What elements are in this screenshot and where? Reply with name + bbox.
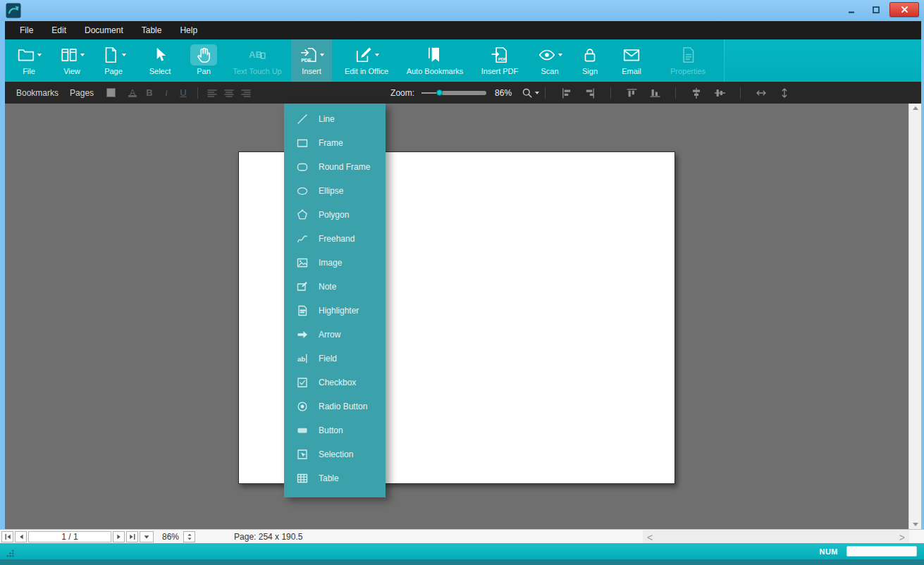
- button-icon: [296, 424, 309, 437]
- svg-text:AB: AB: [249, 49, 262, 60]
- align-text-left-button[interactable]: [204, 87, 221, 99]
- zoom-spinner[interactable]: [183, 531, 195, 542]
- insert-menu-item-note[interactable]: Note: [284, 275, 386, 299]
- app-logo-icon: [6, 3, 21, 18]
- ribbon-insert-pdf-button[interactable]: PDF Insert PDF: [473, 39, 526, 82]
- last-page-button[interactable]: [126, 531, 138, 542]
- ribbon-pan-button[interactable]: Pan: [184, 39, 223, 82]
- separator: [740, 87, 741, 99]
- ribbon-text-touchup-button[interactable]: AB Text Touch Up: [228, 39, 287, 82]
- previous-page-button[interactable]: [15, 531, 27, 542]
- insert-menu-item-table[interactable]: Table: [284, 466, 386, 490]
- chevron-down-icon: [122, 54, 126, 56]
- menu-help[interactable]: Help: [171, 21, 207, 39]
- menu-edit[interactable]: Edit: [42, 21, 75, 39]
- insert-menu-item-selection[interactable]: Selection: [284, 442, 386, 466]
- insert-menu-item-checkbox[interactable]: Checkbox: [284, 371, 386, 395]
- ribbon-email-button[interactable]: Email: [611, 39, 652, 82]
- highlighter-icon: [296, 304, 309, 317]
- zoom-slider-thumb[interactable]: [436, 89, 443, 96]
- zoom-tool-button[interactable]: [522, 87, 539, 99]
- ribbon-file-button[interactable]: File: [11, 39, 47, 82]
- resize-grip-icon: [6, 549, 15, 558]
- font-color-button[interactable]: A: [124, 87, 141, 98]
- distribute-horizontal-icon: [756, 87, 767, 99]
- ribbon-sign-button[interactable]: Sign: [573, 39, 607, 82]
- align-top-button[interactable]: [623, 87, 640, 99]
- insert-menu-item-radio-button[interactable]: Radio Button: [284, 395, 386, 418]
- document-canvas[interactable]: [5, 104, 921, 529]
- ribbon-properties-button[interactable]: Properties: [656, 39, 720, 82]
- separator: [675, 87, 676, 99]
- insert-menu-item-polygon[interactable]: Polygon: [284, 203, 386, 227]
- next-page-button[interactable]: [113, 531, 125, 542]
- insert-menu-item-line[interactable]: Line: [284, 107, 386, 131]
- page-indicator[interactable]: 1 / 1: [28, 531, 111, 542]
- italic-button[interactable]: i: [158, 87, 175, 99]
- close-button[interactable]: [889, 2, 919, 17]
- scroll-down-icon[interactable]: [913, 523, 918, 526]
- bookmarks-toggle[interactable]: Bookmarks: [16, 88, 58, 98]
- insert-pdf-arrow-icon: PDF: [300, 46, 318, 64]
- distribute-horizontal-button[interactable]: [753, 87, 770, 99]
- svg-text:PDF: PDF: [301, 58, 312, 63]
- distribute-vertical-button[interactable]: [776, 87, 793, 99]
- insert-menu-item-highlighter[interactable]: Highlighter: [284, 299, 386, 323]
- chevron-down-icon: [535, 92, 539, 94]
- polygon-icon: [296, 209, 309, 221]
- align-bottom-button[interactable]: [646, 87, 663, 99]
- note-icon: [296, 280, 309, 293]
- center-vertical-button[interactable]: [688, 87, 705, 99]
- vertical-scrollbar[interactable]: [908, 104, 921, 529]
- color-swatch[interactable]: [106, 88, 116, 97]
- close-icon: [900, 5, 909, 14]
- center-horizontal-button[interactable]: [711, 87, 728, 99]
- align-text-right-button[interactable]: [238, 87, 254, 99]
- page-view-dropdown-button[interactable]: [140, 531, 154, 542]
- align-text-center-button[interactable]: [221, 87, 238, 99]
- ribbon-scan-button[interactable]: Scan: [531, 39, 569, 82]
- horizontal-scrollbar[interactable]: < >: [643, 530, 909, 544]
- insert-menu-item-ellipse[interactable]: Ellipse: [284, 179, 386, 203]
- insert-menu-item-field[interactable]: ab Field: [284, 347, 386, 371]
- insert-menu-item-image[interactable]: Image: [284, 251, 386, 275]
- minimize-button[interactable]: [840, 2, 863, 17]
- align-text-center-icon: [223, 87, 235, 99]
- insert-menu-item-round-frame[interactable]: Round Frame: [284, 155, 386, 179]
- chevron-down-icon: [80, 54, 85, 56]
- ribbon-select-button[interactable]: Select: [140, 39, 180, 82]
- menu-table[interactable]: Table: [133, 21, 171, 39]
- menu-document[interactable]: Document: [75, 21, 133, 39]
- previous-page-icon: [17, 533, 25, 541]
- scroll-up-icon[interactable]: [913, 106, 918, 110]
- ribbon-edit-in-office-button[interactable]: Edit in Office: [336, 39, 397, 82]
- bold-button[interactable]: B: [141, 87, 158, 98]
- ribbon-spacer: [724, 39, 921, 82]
- maximize-icon: [872, 6, 880, 14]
- zoom-slider[interactable]: [421, 87, 486, 99]
- ribbon-page-button[interactable]: Page: [97, 39, 130, 82]
- chevron-down-icon: [558, 54, 562, 56]
- ribbon-view-button[interactable]: View: [51, 39, 92, 82]
- align-right-button[interactable]: [581, 87, 598, 99]
- underline-button[interactable]: U: [175, 87, 192, 98]
- separator: [197, 87, 198, 99]
- insert-menu-item-frame[interactable]: Frame: [284, 131, 386, 155]
- scroll-left-icon[interactable]: <: [647, 532, 653, 543]
- maximize-button[interactable]: [865, 2, 887, 17]
- insert-menu-item-arrow[interactable]: Arrow: [284, 323, 386, 347]
- align-right-icon: [584, 87, 596, 99]
- insert-menu-item-button[interactable]: Button: [284, 418, 386, 442]
- bookmark-icon: [426, 46, 444, 64]
- arrow-icon: [296, 328, 309, 341]
- pages-toggle[interactable]: Pages: [70, 88, 94, 98]
- line-icon: [296, 113, 309, 125]
- ribbon-insert-button[interactable]: PDF Insert: [291, 39, 332, 82]
- menu-file[interactable]: File: [11, 21, 42, 39]
- first-page-button[interactable]: [1, 531, 13, 542]
- align-left-button[interactable]: [558, 87, 575, 99]
- insert-menu-item-freehand[interactable]: Freehand: [284, 227, 386, 251]
- ribbon-auto-bookmarks-button[interactable]: Auto Bookmarks: [401, 39, 469, 82]
- title-bar[interactable]: [0, 0, 924, 21]
- scroll-right-icon[interactable]: >: [899, 532, 905, 543]
